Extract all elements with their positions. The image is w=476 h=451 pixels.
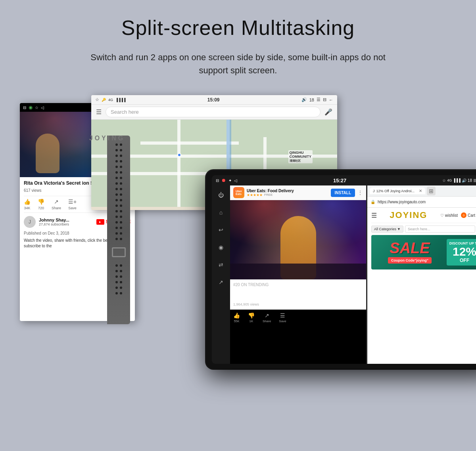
maps-mic-icon[interactable]: 🎤 <box>324 108 332 116</box>
browser-tabs: J 12% Off Joying Androi... ✕ ⊞ <box>367 185 476 197</box>
car-ad-text: Uber Eats: Food Delivery ★★★★★ FREE <box>247 189 328 197</box>
car-trending-views: 1,964,905 views <box>230 302 366 308</box>
joying-nav: ☰ JOYING ♡ wishlist 0 Cart <box>371 210 476 223</box>
car-status-left: ⊟ ⏺ ✦ ◁ <box>216 178 237 183</box>
car-ad-title: Uber Eats: Food Delivery <box>247 189 328 193</box>
car-yt-dislike[interactable]: 👎 1K <box>248 312 255 323</box>
browser-tab[interactable]: J 12% Off Joying Androi... ✕ <box>370 187 425 194</box>
yt-subscribe-icon <box>96 219 104 225</box>
discount-off: OFF <box>460 258 469 263</box>
yt-channel-avatar: J <box>24 216 36 228</box>
sale-left: SALE Coupon Code"joying" <box>375 239 444 266</box>
car-youtube-panel: UberEats Uber Eats: Food Delivery ★★★★★ … <box>230 185 367 364</box>
sale-discount-box: DISCOUNT UP TO 12% OFF <box>447 239 476 266</box>
car-volume-level: 18 <box>468 178 472 183</box>
joying-brand-label: JOYING <box>89 135 125 142</box>
browser-new-tab-button[interactable]: ⊞ <box>427 187 436 195</box>
car-yt-save[interactable]: ☰ Save <box>279 312 286 323</box>
browser-tab-title: 12% Off Joying Androi... <box>376 189 418 193</box>
joying-site-content: ☰ JOYING ♡ wishlist 0 Cart <box>367 208 476 272</box>
car-status-right: ☆ 4G ▐▐▐ 🔊 18 ☰ ⊟ ← <box>442 178 476 183</box>
sidebar-arrows-icon[interactable]: ⇄ <box>215 258 227 271</box>
sidebar-power-icon[interactable]: ⏻ <box>215 189 227 201</box>
joying-search-row: All Categories ▼ Search here... 🔍 <box>371 226 476 233</box>
joying-sale-banner: SALE Coupon Code"joying" DISCOUNT UP TO … <box>371 235 476 269</box>
car-yt-like[interactable]: 👍 55K <box>233 312 240 323</box>
car-bt-icon: ☆ <box>442 178 446 183</box>
car-volume-icon: 🔊 <box>462 178 466 183</box>
sidebar-home-icon[interactable]: ⌂ <box>215 206 227 219</box>
screens-container: ⊟ ◉ ☆ ◁ Rita Ora Victoria's Secret ion S… <box>12 95 464 443</box>
cart-count: 0 <box>461 212 466 218</box>
car-sidebar: ⏻ ⌂ ↩ ◉ ⇄ ↗ <box>212 185 230 364</box>
car-ad-stars: ★★★★★ <box>247 193 263 197</box>
car-signal-icon: 4G ▐▐▐ <box>447 178 461 182</box>
yt-channel-name: Johnny Shay... <box>39 218 69 222</box>
joying-category-select[interactable]: All Categories ▼ <box>371 226 403 233</box>
yt-save[interactable]: ☰+ Save <box>68 199 77 210</box>
screen-inner: ⊟ ⏺ ✦ ◁ 15:27 ☆ 4G ▐▐▐ 🔊 18 ☰ ⊟ ← <box>212 175 476 364</box>
car-trending-tag: #20 ON TRENDING <box>230 281 366 289</box>
sidebar-back-icon[interactable]: ↩ <box>215 224 227 236</box>
car-hardware-panel <box>107 136 130 324</box>
car-content: ⏻ ⌂ ↩ ◉ ⇄ ↗ Ube <box>212 185 476 364</box>
sidebar-share-icon[interactable]: ↗ <box>215 276 227 289</box>
joying-search-input[interactable]: Search here... <box>405 226 475 233</box>
sidebar-location-icon[interactable]: ◉ <box>215 241 227 254</box>
car-status-bar: ⊟ ⏺ ✦ ◁ 15:27 ☆ 4G ▐▐▐ 🔊 18 ☰ ⊟ ← <box>212 175 476 185</box>
discount-value: 12% <box>453 246 476 258</box>
joying-logo: JOYING <box>380 210 437 220</box>
sale-coupon: Coupon Code"joying" <box>388 257 432 264</box>
car-yt-share[interactable]: ↗ Share <box>263 312 271 323</box>
joying-cart[interactable]: 0 Cart $0.00 <box>461 212 476 218</box>
joying-wishlist[interactable]: ♡ wishlist <box>440 213 458 218</box>
browser-url-text: https://www.joyingauto.com <box>378 200 476 204</box>
yt-dislike[interactable]: 👎 720 <box>38 199 44 210</box>
car-ad-banner: UberEats Uber Eats: Food Delivery ★★★★★ … <box>230 185 366 200</box>
car-yt-crowd <box>230 264 366 279</box>
car-rec-icon: ⏺ <box>221 178 226 183</box>
car-trending-title: The Chainsmokers - This Feeling (Live Fr… <box>230 289 366 302</box>
maps-search-bar[interactable]: ☰ Search here 🎤 <box>91 105 337 120</box>
car-install-button[interactable]: INSTALL <box>331 189 355 197</box>
yt-share[interactable]: ↗ Share <box>52 199 61 210</box>
browser-tab-close-icon[interactable]: ✕ <box>419 189 422 193</box>
car-time: 15:27 <box>333 178 346 183</box>
car-browser-panel: J 12% Off Joying Androi... ✕ ⊞ 🔒 https:/… <box>367 185 476 364</box>
browser-url-bar[interactable]: 🔒 https://www.joyingauto.com ⋮ <box>367 197 476 208</box>
maps-status-bar: ☆ 🔑 4G ▐▐▐▐ 15:09 🔊 18 ☰ ⊟ ← <box>91 95 337 105</box>
car-yt-actions: 👍 55K 👎 1K ↗ Share <box>230 310 366 325</box>
maps-time: 15:09 <box>207 97 220 103</box>
main-car-screen: ⊟ ⏺ ✦ ◁ 15:27 ☆ 4G ▐▐▐ 🔊 18 ☰ ⊟ ← <box>206 170 476 369</box>
car-nav-icon: ✦ <box>228 178 232 183</box>
page-title: Split-screen Multitasking <box>0 0 476 40</box>
yt-like[interactable]: 👍 34K <box>24 199 31 210</box>
car-split-content: UberEats Uber Eats: Food Delivery ★★★★★ … <box>230 185 476 364</box>
car-wifi-icon: ◁ <box>234 178 237 183</box>
browser-lock-icon: 🔒 <box>370 200 375 204</box>
car-yt-video <box>230 200 366 279</box>
maps-status-right: 🔊 18 ☰ ⊟ ← <box>301 97 333 102</box>
car-home-icon: ⊟ <box>216 178 219 183</box>
maps-search-input[interactable]: Search here <box>106 107 321 117</box>
car-ad-more-icon[interactable]: ⋮ <box>357 189 363 196</box>
car-menu-icon: ☰ <box>473 178 476 183</box>
yt-subscribers: 27,674 subscribers <box>39 222 69 226</box>
page-subtitle: Switch and run 2 apps on one screen side… <box>83 51 393 77</box>
car-ad-icon: UberEats <box>233 187 244 198</box>
maps-hamburger-icon: ☰ <box>96 108 102 116</box>
sale-text: SALE <box>390 241 430 256</box>
map-label-community: QINGHUCOMMUNITY清湖社区 <box>288 150 313 163</box>
joying-hamburger-icon[interactable]: ☰ <box>371 212 377 219</box>
car-trending-info: #20 ON TRENDING The Chainsmokers - This … <box>230 279 366 310</box>
car-ad-price: FREE <box>264 193 273 197</box>
